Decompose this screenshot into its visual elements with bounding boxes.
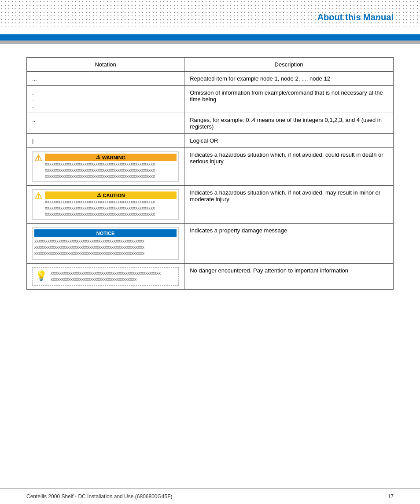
desc-ellipsis: Repeated item for example node 1, node 2… [184,72,394,86]
warning-header: ⚠ WARNING [45,154,177,161]
page-footer: Centellis 2000 Shelf - DC Installation a… [0,488,420,504]
table-row: ... Repeated item for example node 1, no… [27,72,394,86]
warning-visual: ⚠ ⚠ WARNING xxxxxxxxxxxxxxxxxxxxxxxxxxxx… [32,151,179,182]
desc-notice: Indicates a property damage message [184,224,394,264]
caution-visual: ⚠ ⚠ CAUTION xxxxxxxxxxxxxxxxxxxxxxxxxxxx… [32,189,179,220]
desc-range: Ranges, for example: 0..4 means one of t… [184,113,394,134]
warning-label: WARNING [102,155,125,160]
notation-table: Notation Description ... Repeated item f… [26,57,394,290]
warning-triangle-icon: ⚠ [34,154,42,162]
notice-placeholder-text: xxxxxxxxxxxxxxxxxxxxxxxxxxxxxxxxxxxxxxxx… [34,237,177,258]
notation-ellipsis: ... [27,72,184,86]
table-row: | Logical OR [27,134,394,148]
warning-placeholder-text: xxxxxxxxxxxxxxxxxxxxxxxxxxxxxxxxxxxxxxxx… [45,161,177,180]
col-description-header: Description [184,58,394,72]
footer-page-number: 17 [388,493,394,500]
warning-box-inner: ⚠ WARNING xxxxxxxxxxxxxxxxxxxxxxxxxxxxxx… [45,154,177,180]
notation-range: .. [27,113,184,134]
tip-visual: 💡 xxxxxxxxxxxxxxxxxxxxxxxxxxxxxxxxxxxxxx… [32,267,179,286]
notation-dots: ... [27,86,184,113]
table-row-tip: 💡 xxxxxxxxxxxxxxxxxxxxxxxxxxxxxxxxxxxxxx… [27,264,394,290]
desc-pipe: Logical OR [184,134,394,148]
caution-box-inner: ⚠ CAUTION xxxxxxxxxxxxxxxxxxxxxxxxxxxxxx… [45,191,177,217]
notation-caution-box: ⚠ ⚠ CAUTION xxxxxxxxxxxxxxxxxxxxxxxxxxxx… [27,186,184,224]
notation-warning-box: ⚠ ⚠ WARNING xxxxxxxxxxxxxxxxxxxxxxxxxxxx… [27,148,184,186]
table-header-row: Notation Description [27,58,394,72]
caution-triangle-icon: ⚠ [34,191,42,200]
main-content: Notation Description ... Repeated item f… [0,44,420,303]
notice-header: NOTICE [34,229,177,237]
notice-visual: NOTICE xxxxxxxxxxxxxxxxxxxxxxxxxxxxxxxxx… [32,227,179,260]
caution-icon-small: ⚠ [97,192,101,198]
table-row: .. Ranges, for example: 0..4 means one o… [27,113,394,134]
col-notation-header: Notation [27,58,184,72]
lightbulb-icon: 💡 [35,270,47,282]
table-row-notice: NOTICE xxxxxxxxxxxxxxxxxxxxxxxxxxxxxxxxx… [27,224,394,264]
tip-placeholder-text: xxxxxxxxxxxxxxxxxxxxxxxxxxxxxxxxxxxxxxxx… [51,270,176,283]
footer-left-text: Centellis 2000 Shelf - DC Installation a… [26,493,173,500]
header-blue-bar [0,34,420,40]
notation-notice-box: NOTICE xxxxxxxxxxxxxxxxxxxxxxxxxxxxxxxxx… [27,224,184,264]
warning-icon-small: ⚠ [96,155,100,160]
page-header: About this Manual [0,0,420,44]
table-row-caution: ⚠ ⚠ CAUTION xxxxxxxxxxxxxxxxxxxxxxxxxxxx… [27,186,394,224]
caution-label: CAUTION [103,193,125,198]
desc-dots: Omission of information from example/com… [184,86,394,113]
caution-placeholder-text: xxxxxxxxxxxxxxxxxxxxxxxxxxxxxxxxxxxxxxxx… [45,199,177,217]
desc-warning: Indicates a hazardous situation which, i… [184,148,394,186]
table-row: ... Omission of information from example… [27,86,394,113]
notation-pipe: | [27,134,184,148]
desc-caution: Indicates a hazardous situation which, i… [184,186,394,224]
page-title: About this Manual [317,12,394,22]
header-gray-bar [0,40,420,44]
table-row-warning: ⚠ ⚠ WARNING xxxxxxxxxxxxxxxxxxxxxxxxxxxx… [27,148,394,186]
notation-tip-box: 💡 xxxxxxxxxxxxxxxxxxxxxxxxxxxxxxxxxxxxxx… [27,264,184,290]
caution-header: ⚠ CAUTION [45,191,177,199]
desc-tip: No danger encountered. Pay attention to … [184,264,394,290]
